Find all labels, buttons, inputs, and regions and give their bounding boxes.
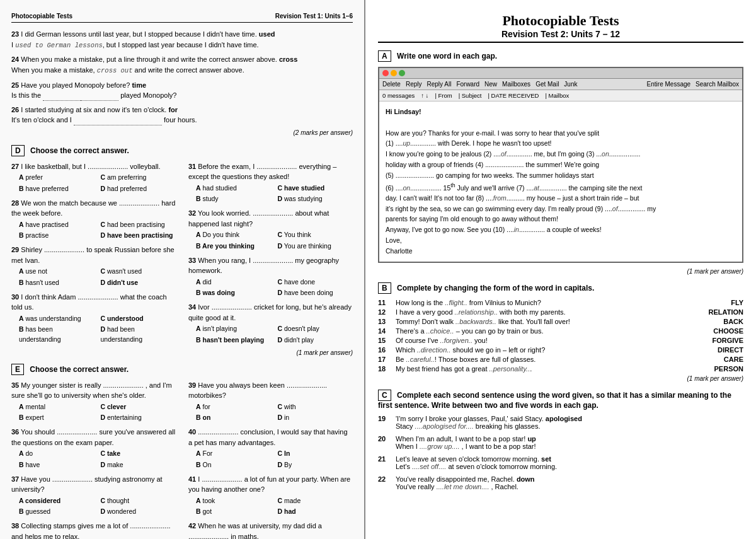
section-d-marks: (1 mark per answer)	[188, 349, 353, 356]
email-toolbar: Delete Reply Reply All Forward New Mailb…	[379, 79, 742, 90]
section-c-label: C	[378, 390, 391, 401]
right-page-title: Photocopiable Tests	[378, 13, 743, 29]
q27-choices: A prefer C am preferring B have preferre…	[19, 173, 176, 194]
q36: 36 You should ..................... sure…	[11, 427, 176, 470]
section-c-title: Complete each second sentence using the …	[378, 391, 731, 410]
section-e-header: E Choose the correct answer.	[11, 364, 353, 375]
left-header-title: Photocopiable Tests	[11, 13, 72, 20]
section-b-label: B	[378, 282, 391, 294]
q16-row: 16 Which ..direction.. should we go in –…	[378, 346, 743, 354]
q12-row: 12 I have a very good ..relationship.. w…	[378, 308, 743, 316]
email-message-header: 0 messages ↑ ↓ | From | Subject | DATE R…	[379, 90, 742, 101]
email-body: Hi Lindsay! How are you? Thanks for your…	[379, 101, 742, 262]
q35: 35 My younger sister is really .........…	[11, 380, 176, 424]
marks-26: (2 marks per answer)	[11, 128, 353, 137]
section-b-questions: 11 How long is the ..flight.. from Vilni…	[378, 299, 743, 373]
section-a-header: A Write one word in each gap.	[378, 50, 743, 62]
section-c-header: C Complete each second sentence using th…	[378, 390, 743, 410]
section-b-marks: (1 mark per answer)	[378, 375, 743, 382]
q17-row: 17 Be ..careful..! Those boxes are full …	[378, 356, 743, 363]
q11-row: 11 How long is the ..flight.. from Vilni…	[378, 299, 743, 306]
section-a: A Write one word in each gap. Delete Rep…	[378, 50, 743, 275]
q28-choices: A have practised C had been practising B…	[19, 220, 176, 241]
q34: 34 Ivor ..................... cricket fo…	[188, 302, 353, 345]
minimize-icon	[391, 70, 397, 76]
q20-row: 20 When I'm an adult, I want to be a pop…	[378, 435, 743, 450]
q42: 42 When he was at university, my dad did…	[188, 521, 353, 539]
right-page-subtitle: Revision Test 2: Units 7 – 12	[378, 29, 743, 43]
q13-row: 13 Tommy! Don't walk ..backwards.. like …	[378, 318, 743, 325]
q35-choices: A mental C clever B expert D entertainin…	[19, 402, 176, 424]
section-b-header: B Complete by changing the form of the w…	[378, 282, 743, 294]
section-a-title: Write one word in each gap.	[397, 52, 497, 61]
email-window-controls	[379, 68, 742, 79]
q39: 39 Have you always been keen ...........…	[188, 380, 353, 424]
section-d-questions: 27 I like basketball, but I ............…	[11, 161, 353, 356]
section-d-right: 31 Before the exam, I ..................…	[188, 161, 353, 356]
section-e-label: E	[11, 364, 24, 375]
section-c: C Complete each second sentence using th…	[378, 390, 743, 490]
q32: 32 You look worried. ...................…	[188, 208, 353, 252]
q30: 30 I don't think Adam ..................…	[11, 292, 176, 345]
q30-choices: A was understanding C understood B has b…	[19, 314, 176, 345]
q41-choices: A took C made B got D had	[196, 496, 353, 518]
close-icon	[382, 70, 389, 76]
q36-choices: A do C take B have D make	[19, 449, 176, 470]
q22-row: 22 You've really disappointed me, Rachel…	[378, 475, 743, 490]
section-e-left: 35 My younger sister is really .........…	[11, 380, 176, 540]
section-d-label: D	[11, 145, 25, 156]
q31: 31 Before the exam, I ..................…	[188, 161, 353, 205]
q21-row: 21 Let's leave at seven o'clock tomorrow…	[378, 455, 743, 470]
question-24: 24 When you make a mistake, put a line t…	[11, 54, 353, 76]
section-d-header: D Choose the correct answer.	[11, 145, 353, 156]
q29-choices: A use not C wasn't used B hasn't used D …	[19, 267, 176, 288]
q15-row: 15 Of course I've ..forgiven.. you! FORG…	[378, 337, 743, 344]
section-a-label: A	[378, 50, 391, 62]
question-25: 25 Have you played Monopoly before? time…	[11, 80, 353, 101]
q39-choices: A for C with B on D in	[196, 402, 353, 424]
left-header-subtitle: Revision Test 1: Units 1–6	[275, 13, 353, 20]
left-page-header: Photocopiable Tests Revision Test 1: Uni…	[11, 13, 353, 23]
q27: 27 I like basketball, but I ............…	[11, 161, 176, 194]
q31-choices: A had studied C have studied B study D w…	[196, 183, 353, 205]
section-e-right: 39 Have you always been keen ...........…	[188, 380, 353, 540]
section-d-title: Choose the correct answer.	[30, 146, 129, 155]
q40-choices: A For C In B On D By	[196, 449, 353, 470]
q37: 37 Have you ..................... studyi…	[11, 474, 176, 518]
q38: 38 Collecting stamps gives me a lot of .…	[11, 521, 176, 539]
right-page-header: Photocopiable Tests Revision Test 2: Uni…	[378, 13, 743, 43]
maximize-icon	[399, 70, 405, 76]
q33: 33 When you rang, I ....................…	[188, 255, 353, 299]
q19-row: 19 'I'm sorry I broke your glasses, Paul…	[378, 415, 743, 430]
email-greeting: Hi Lindsay!	[386, 107, 736, 117]
q33-choices: A did C have done B was doing D have bee…	[196, 277, 353, 299]
right-page: Photocopiable Tests Revision Test 2: Uni…	[365, 0, 756, 539]
q28: 28 We won the match because we .........…	[11, 198, 176, 241]
left-page: Photocopiable Tests Revision Test 1: Uni…	[0, 0, 365, 539]
section-d-left: 27 I like basketball, but I ............…	[11, 161, 176, 356]
section-c-questions: 19 'I'm sorry I broke your glasses, Paul…	[378, 415, 743, 490]
section-a-marks: (1 mark per answer)	[378, 268, 743, 275]
section-b: B Complete by changing the form of the w…	[378, 282, 743, 382]
section-b-title: Complete by changing the form of the wor…	[397, 284, 594, 293]
q40: 40 ..................... conclusion, I w…	[188, 427, 353, 470]
section-e-title: Choose the correct answer.	[30, 365, 129, 374]
q32-choices: A Do you think C You think B Are you thi…	[196, 230, 353, 252]
q14-row: 14 There's a ..choice.. – you can go by …	[378, 327, 743, 335]
question-26: 26 I started studying at six and now it'…	[11, 105, 353, 137]
q37-choices: A considered C thought B guessed D wonde…	[19, 496, 176, 518]
q18-row: 18 My best friend has got a great ..pers…	[378, 365, 743, 373]
q34-choices: A isn't playing C doesn't play B hasn't …	[196, 324, 353, 345]
question-23: 23 I did German lessons until last year,…	[11, 29, 353, 50]
q41: 41 I ..................... a lot of fun …	[188, 474, 353, 518]
q29: 29 Shirley ..................... to spea…	[11, 245, 176, 288]
section-e-questions: 35 My younger sister is really .........…	[11, 380, 353, 540]
email-client: Delete Reply Reply All Forward New Mailb…	[378, 67, 743, 263]
